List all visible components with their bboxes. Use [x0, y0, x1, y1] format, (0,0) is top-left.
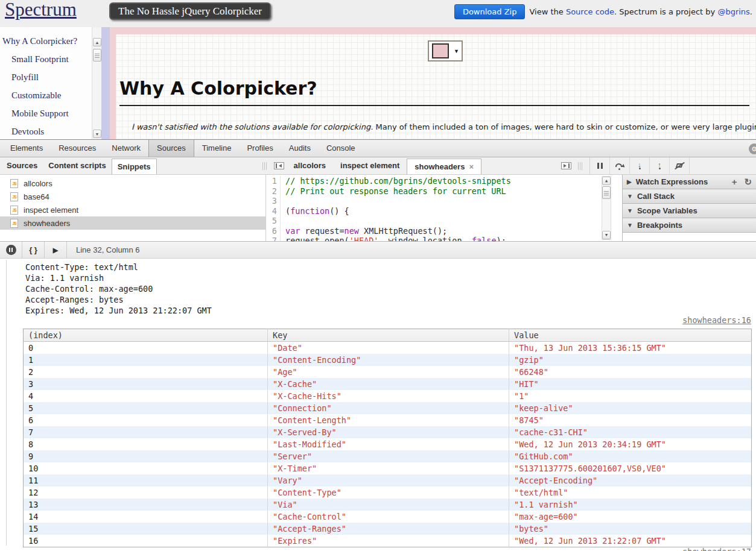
cell-key: "Last-Modified" — [268, 438, 509, 450]
settings-gear-icon[interactable]: ⚙ — [749, 143, 756, 154]
debugger-toolbar: ↓ ↑ — [559, 157, 690, 174]
tab-network[interactable]: Network — [104, 140, 148, 157]
line-number: 4 — [266, 206, 281, 216]
sidebar-item-devtools[interactable]: Devtools — [11, 122, 92, 140]
tab-sources[interactable]: Sources — [148, 140, 194, 157]
scroll-thumb[interactable] — [602, 186, 611, 199]
step-over-button[interactable] — [610, 157, 630, 174]
show-drawer-icon[interactable] — [561, 162, 571, 169]
console-drawer: Content-Type: text/htmlVia: 1.1 varnishC… — [0, 259, 756, 551]
cursor-position-status: Line 32, Column 6 — [76, 245, 140, 254]
code-line[interactable]: 6var request=new XMLHttpRequest(); — [266, 226, 622, 236]
run-snippet-button[interactable]: ▶ — [45, 242, 67, 258]
file-tab-showheaders[interactable]: showheaders× — [407, 159, 481, 174]
download-zip-button[interactable]: Download Zip — [454, 4, 526, 19]
debug-section-watch-expressions[interactable]: ▶Watch Expressions+↻ — [623, 175, 756, 189]
subtab-snippets[interactable]: Snippets — [112, 159, 157, 174]
snippet-item-inspect-element[interactable]: JSinspect element — [0, 203, 265, 216]
code-line[interactable]: 2// Print out response headers for curre… — [266, 186, 622, 197]
tab-audits[interactable]: Audits — [281, 140, 319, 157]
site-logo[interactable]: Spectrum — [5, 0, 77, 20]
tab-elements[interactable]: Elements — [2, 140, 51, 157]
scroll-up-icon[interactable]: ▲ — [602, 177, 611, 185]
pause-script-button[interactable] — [590, 157, 610, 174]
debugger-buttons: ↓ ↑ — [589, 157, 690, 174]
refresh-icon[interactable]: ↻ — [744, 177, 752, 187]
disable-breakpoints-icon — [674, 162, 685, 170]
source-code-link[interactable]: Source code — [566, 7, 614, 16]
code-line[interactable]: 3 — [266, 196, 622, 206]
author-link[interactable]: @bgrins — [717, 7, 749, 16]
cell-index: 10 — [24, 462, 268, 474]
cell-key: "Via" — [268, 499, 509, 511]
step-out-button[interactable]: ↑ — [650, 157, 670, 174]
tab-console[interactable]: Console — [319, 140, 363, 157]
page: { "site": { "title": "Spectrum", "taglin… — [0, 0, 756, 551]
sidebar-item-why-a-colorpicker-[interactable]: Why A Colorpicker? — [2, 32, 92, 50]
colorpicker-swatch-button[interactable]: ▼ — [428, 40, 463, 61]
scroll-thumb[interactable] — [93, 49, 101, 61]
debug-section-breakpoints[interactable]: ▼Breakpoints — [623, 218, 756, 233]
sidebar-item-mobile-support[interactable]: Mobile Support — [11, 104, 92, 122]
cell-key: "Date" — [268, 342, 509, 354]
code-editor[interactable]: 1// https://github.com/bgrins/devtools-s… — [266, 175, 622, 241]
table-column-header--index-[interactable]: (index) — [24, 329, 268, 342]
file-tab-inspect-element[interactable]: inspect element — [333, 157, 407, 174]
table-row: 7"X-Served-By""cache-c31-CHI" — [24, 426, 752, 438]
cell-key: "Connection" — [268, 402, 509, 414]
pause-on-exceptions-button[interactable] — [0, 242, 22, 258]
sidebar-scrollbar[interactable]: ▲ ▼ — [92, 27, 101, 139]
site-tagline-badge: The No Hassle jQuery Colorpicker — [109, 2, 271, 20]
snippet-item-showheaders[interactable]: JSshowheaders — [0, 216, 265, 230]
site-body: Why A Colorpicker?Small FootprintPolyfil… — [0, 27, 756, 139]
table-row: 5"Connection""keep-alive" — [24, 402, 752, 414]
splitter-grip-icon[interactable] — [262, 162, 267, 170]
snippet-item-allcolors[interactable]: JSallcolors — [0, 177, 265, 190]
step-out-icon: ↑ — [658, 162, 661, 169]
code-line[interactable]: 5 — [266, 216, 622, 226]
splitter-grip-icon[interactable] — [578, 162, 583, 170]
sidebar-item-small-footprint[interactable]: Small Footprint — [11, 50, 92, 68]
code-line[interactable]: 4(function() { — [266, 206, 622, 216]
hide-navigator-icon[interactable] — [274, 162, 284, 169]
sources-subtabs: SourcesContent scriptsSnippets — [1, 157, 157, 174]
cell-key: "X-Cache" — [268, 378, 509, 390]
scroll-down-icon[interactable]: ▼ — [602, 231, 611, 239]
debug-section-call-stack[interactable]: ▼Call Stack — [623, 189, 756, 204]
table-column-header-value[interactable]: Value — [509, 329, 752, 342]
subtab-sources[interactable]: Sources — [1, 157, 43, 174]
editor-scrollbar[interactable]: ▲ ▼ — [602, 176, 611, 240]
disclosure-right-icon: ▶ — [627, 178, 632, 185]
debug-section-scope-variables[interactable]: ▼Scope Variables — [623, 204, 756, 218]
header-byline: Download Zip View the Source code . Spec… — [454, 4, 752, 19]
tab-profiles[interactable]: Profiles — [239, 140, 281, 157]
cell-value: "1" — [509, 390, 752, 402]
scroll-up-icon[interactable]: ▲ — [93, 38, 101, 46]
code-line[interactable]: 7request.open('HEAD', window.location, f… — [266, 236, 622, 241]
play-icon: ▶ — [52, 246, 58, 254]
sidebar-item-customizable[interactable]: Customizable — [11, 86, 92, 104]
scroll-down-icon[interactable]: ▼ — [93, 130, 101, 138]
subtab-content-scripts[interactable]: Content scripts — [43, 157, 111, 174]
sidebar-item-polyfill[interactable]: Polyfill — [11, 68, 92, 86]
cell-key: "Vary" — [268, 474, 509, 486]
tab-resources[interactable]: Resources — [51, 140, 104, 157]
console-source-link[interactable]: showheaders:17 — [682, 547, 751, 551]
file-tab-allcolors[interactable]: allcolors — [287, 157, 333, 174]
snippet-item-base64[interactable]: JSbase64 — [0, 190, 265, 203]
cell-key: "Content-Type" — [268, 486, 509, 499]
tab-timeline[interactable]: Timeline — [194, 140, 240, 157]
add-icon[interactable]: + — [732, 177, 737, 187]
table-column-header-key[interactable]: Key — [268, 329, 509, 342]
section-label: Call Stack — [637, 192, 675, 201]
toggle-breakpoints-button[interactable] — [670, 157, 690, 174]
code-text: // Print out response headers for curren… — [285, 186, 506, 197]
close-icon[interactable]: × — [469, 160, 474, 174]
pretty-print-button[interactable]: { } — [22, 242, 45, 258]
step-into-icon: ↓ — [638, 162, 641, 169]
disclosure-down-icon: ▼ — [627, 193, 633, 200]
step-into-button[interactable]: ↓ — [630, 157, 650, 174]
cell-value: "Accept-Encoding" — [509, 474, 752, 486]
console-source-link[interactable]: showheaders:16 — [682, 315, 751, 325]
code-line[interactable]: 1// https://github.com/bgrins/devtools-s… — [266, 176, 622, 186]
